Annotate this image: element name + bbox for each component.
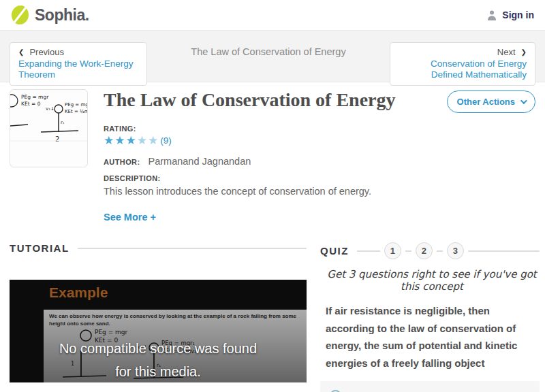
lesson-nav: ❮ Previous Expanding the Work-Energy The…	[0, 30, 545, 82]
svg-text:2: 2	[55, 135, 59, 143]
svg-text:PEg = mgr: PEg = mgr	[21, 94, 49, 100]
chevron-left-icon: ❮	[18, 48, 24, 56]
tutorial-heading-row: TUTORIAL	[10, 242, 307, 254]
svg-text:KEt = 0: KEt = 0	[21, 101, 41, 107]
lesson-thumbnail[interactable]: PEg = mgr KEt = 0 v₁↓ PEg = mgr₁ KEt = ½…	[10, 89, 88, 167]
svg-text:PEg = mgr₁: PEg = mgr₁	[65, 102, 88, 108]
svg-text:KEt = ½mv₁²: KEt = ½mv₁²	[65, 109, 88, 114]
video-error-line2: for this media.	[10, 364, 307, 380]
svg-text:r₁: r₁	[61, 120, 65, 125]
tutorial-heading: TUTORIAL	[10, 242, 69, 254]
previous-label: Previous	[29, 47, 64, 57]
quiz-tagline: Get 3 questions right to see if you've g…	[320, 268, 540, 293]
svg-text:PEg = mgr: PEg = mgr	[95, 329, 128, 336]
next-lesson-link[interactable]: Conservation of Energy Defined Mathemati…	[399, 59, 527, 80]
author-label: AUTHOR:	[104, 158, 140, 166]
page: Sophia. Sign in ❮ Previous Expanding the…	[0, 0, 545, 392]
current-lesson-title: The Law of Conservation of Energy	[191, 46, 345, 82]
svg-text:v₁↓: v₁↓	[46, 106, 54, 112]
video-slide-title: Example	[49, 284, 108, 301]
star-empty-icons: ★★	[137, 133, 159, 148]
other-actions-button[interactable]: Other Actions	[447, 91, 535, 113]
content-columns: TUTORIAL Example We can observe how ener…	[0, 242, 545, 392]
description-block: DESCRIPTION: This lesson introduces the …	[104, 174, 535, 197]
person-icon	[486, 10, 497, 21]
author-row: AUTHOR: Parmanand Jagnandan	[104, 156, 535, 167]
chevron-down-icon	[520, 97, 527, 104]
quiz-column: QUIZ 1 2 3 Get 3 questions right to see …	[320, 242, 540, 392]
video-player[interactable]: Example We can observe how energy is con…	[10, 280, 307, 382]
rating-count-link[interactable]: (9)	[160, 135, 172, 146]
video-slide-text: We can observe how energy is conserved b…	[44, 310, 307, 328]
divider-line	[468, 250, 540, 252]
quiz-option[interactable]: becomes zero during the fall.	[320, 381, 540, 392]
next-label: Next	[497, 47, 516, 57]
tutorial-column: TUTORIAL Example We can observe how ener…	[10, 242, 307, 392]
quiz-step-3[interactable]: 3	[447, 242, 464, 259]
sophia-logo[interactable]: Sophia.	[11, 5, 89, 25]
next-lesson-card[interactable]: Next ❯ Conservation of Energy Defined Ma…	[390, 42, 535, 86]
lesson-meta: The Law of Conservation of Energy Other …	[104, 89, 535, 223]
previous-lesson-link[interactable]: Expanding the Work-Energy Theorem	[18, 59, 138, 80]
top-bar: Sophia. Sign in	[0, 0, 545, 30]
star-filled-icons: ★★★	[104, 133, 137, 148]
description-text: This lesson introduces the concept of co…	[104, 186, 535, 197]
sign-in-button[interactable]: Sign in	[486, 10, 534, 21]
sign-in-label: Sign in	[502, 10, 534, 20]
see-more-link[interactable]: See More +	[104, 212, 156, 223]
lesson-header-section: PEg = mgr KEt = 0 v₁↓ PEg = mgr₁ KEt = ½…	[0, 82, 545, 223]
brand-text: Sophia.	[35, 6, 89, 24]
sophia-leaf-icon	[11, 5, 30, 25]
step-connector	[405, 250, 411, 252]
chevron-right-icon: ❯	[521, 48, 527, 56]
rating-label: RATING:	[104, 125, 535, 133]
quiz-heading: QUIZ	[320, 245, 349, 257]
quiz-question: If air resistance is negligible, then ac…	[320, 302, 540, 372]
author-name: Parmanand Jagnandan	[149, 156, 251, 167]
description-label: DESCRIPTION:	[104, 174, 535, 182]
quiz-step-2[interactable]: 2	[416, 242, 433, 259]
video-error-line1: No compatible source was found	[10, 341, 307, 357]
rating-block: RATING: ★★★ ★★ (9)	[104, 125, 535, 148]
other-actions-label: Other Actions	[457, 97, 515, 107]
divider-line	[78, 248, 307, 249]
previous-lesson-card[interactable]: ❮ Previous Expanding the Work-Energy The…	[10, 42, 147, 86]
quiz-step-1[interactable]: 1	[384, 242, 401, 259]
page-title: The Law of Conservation of Energy	[104, 89, 396, 111]
quiz-heading-row: QUIZ 1 2 3	[320, 242, 540, 259]
divider-segment	[357, 250, 380, 252]
step-connector	[437, 250, 443, 252]
